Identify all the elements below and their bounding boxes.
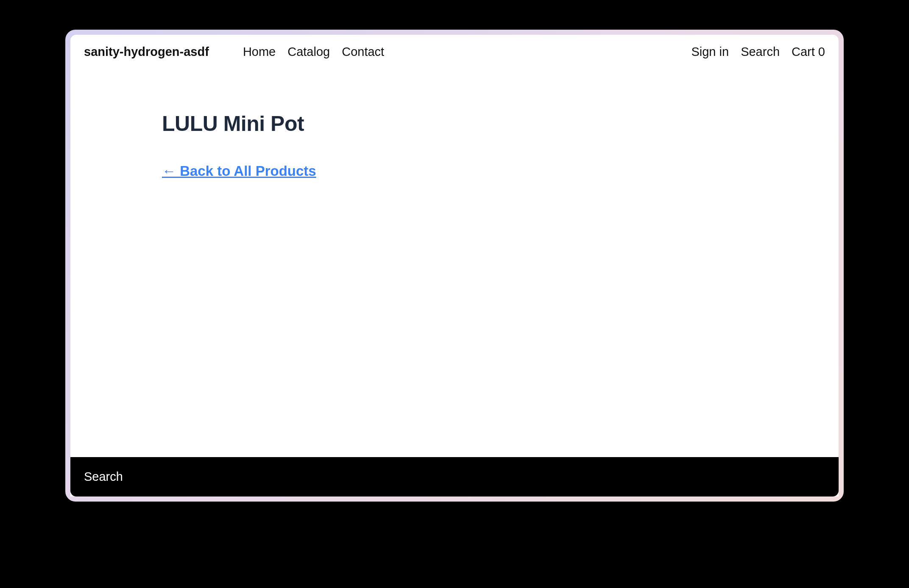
footer-search-link[interactable]: Search (84, 470, 123, 483)
cart-count: 0 (818, 45, 825, 58)
main-nav: Home Catalog Contact (243, 45, 384, 59)
page-content: sanity-hydrogen-asdf Home Catalog Contac… (70, 35, 839, 496)
signin-link[interactable]: Sign in (691, 45, 729, 59)
cart-link[interactable]: Cart 0 (792, 45, 825, 59)
nav-contact[interactable]: Contact (342, 45, 384, 59)
nav-catalog[interactable]: Catalog (287, 45, 330, 59)
site-header: sanity-hydrogen-asdf Home Catalog Contac… (70, 35, 839, 69)
nav-home[interactable]: Home (243, 45, 276, 59)
site-title[interactable]: sanity-hydrogen-asdf (84, 45, 209, 59)
back-to-products-link[interactable]: ← Back to All Products (162, 163, 316, 179)
main-content: LULU Mini Pot ← Back to All Products (70, 69, 839, 457)
browser-window: sanity-hydrogen-asdf Home Catalog Contac… (65, 30, 844, 502)
cart-label: Cart (792, 45, 818, 58)
site-footer: Search (70, 457, 839, 496)
search-link[interactable]: Search (741, 45, 780, 59)
product-title: LULU Mini Pot (162, 111, 747, 136)
header-right-nav: Sign in Search Cart 0 (691, 45, 825, 59)
